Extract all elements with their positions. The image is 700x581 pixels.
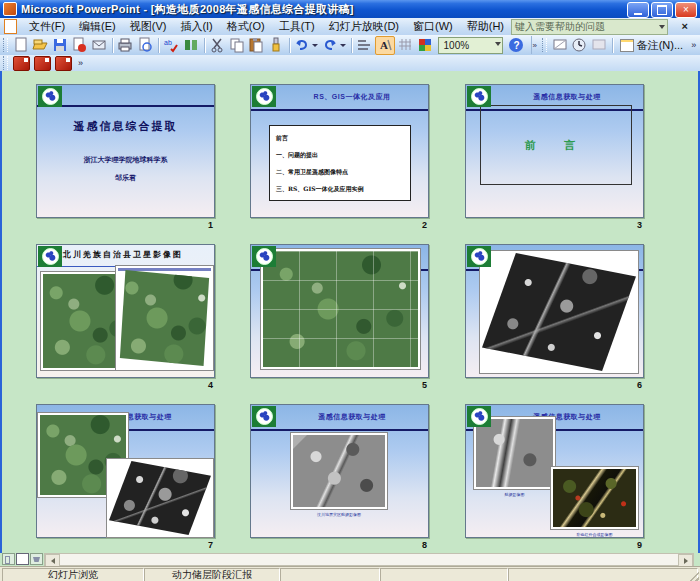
permission-icon[interactable] bbox=[70, 37, 88, 54]
transition-icon[interactable] bbox=[590, 37, 608, 54]
maximize-button[interactable] bbox=[651, 2, 673, 18]
normal-view-button[interactable] bbox=[2, 553, 15, 565]
slide-thumbnail-9[interactable]: 遥感信息获取与处理 航摄影像图 彩色红外合成影像图 9 bbox=[465, 404, 644, 554]
window-title: Microsoft PowerPoint - [构造地质2008年遥感信息综合提… bbox=[21, 2, 354, 17]
pdf-toolbar: » bbox=[0, 55, 700, 72]
email-icon[interactable] bbox=[90, 37, 108, 54]
slide-thumbnail-6[interactable]: 6 bbox=[465, 244, 644, 394]
slide-sorter-view-button[interactable] bbox=[16, 553, 29, 565]
image-caption: 彩色红外合成影像图 bbox=[550, 532, 639, 537]
menu-insert[interactable]: 插入(I) bbox=[173, 18, 219, 35]
title-bar[interactable]: Microsoft PowerPoint - [构造地质2008年遥感信息综合提… bbox=[0, 0, 700, 18]
university-logo-icon bbox=[38, 86, 62, 107]
view-mode-status: 幻灯片浏览 bbox=[2, 568, 144, 581]
slide2-header: RS、GIS一体化及应用 bbox=[279, 92, 425, 102]
open-icon[interactable] bbox=[31, 37, 49, 54]
undo-dropdown-icon[interactable] bbox=[312, 44, 318, 47]
show-formatting-icon[interactable]: A bbox=[375, 36, 395, 55]
slide-number: 2 bbox=[422, 220, 427, 230]
svg-text:A: A bbox=[380, 39, 388, 51]
color-composite-image bbox=[550, 466, 639, 530]
view-bar bbox=[0, 553, 700, 566]
rehearse-timings-icon[interactable] bbox=[571, 37, 589, 54]
slide1-title: 遥感信息综合提取 bbox=[37, 119, 214, 134]
menu-view[interactable]: 视图(V) bbox=[123, 18, 174, 35]
university-logo-icon bbox=[467, 86, 491, 107]
slide-thumbnail-7[interactable]: 遥感信息获取与处理 7 bbox=[36, 404, 215, 554]
spelling-icon[interactable]: ab bbox=[162, 37, 180, 54]
pdf-toolbar-grip[interactable] bbox=[3, 56, 8, 70]
slide-thumbnail-3[interactable]: 遥感信息获取与处理 前 言 3 bbox=[465, 84, 644, 234]
close-button[interactable]: × bbox=[675, 2, 697, 18]
university-logo-icon bbox=[467, 406, 491, 427]
slide-thumbnail-1[interactable]: 遥感信息综合提取 浙江大学理学院地球科学系 邹乐君 1 bbox=[36, 84, 215, 234]
menu-help[interactable]: 帮助(H) bbox=[460, 18, 511, 35]
zoom-select[interactable]: 100% bbox=[438, 37, 503, 54]
menu-format[interactable]: 格式(O) bbox=[220, 18, 272, 35]
university-logo-icon bbox=[252, 246, 276, 267]
close-menu-icon[interactable]: × bbox=[682, 20, 688, 32]
hide-slide-icon[interactable] bbox=[551, 37, 569, 54]
cut-icon[interactable] bbox=[208, 37, 226, 54]
notes-button[interactable]: 备注(N)... bbox=[616, 37, 687, 54]
standard-toolbar: ab A 100% ? » 备注(N)... » bbox=[0, 35, 700, 56]
convert-and-review-icon[interactable] bbox=[55, 56, 72, 71]
university-logo-icon bbox=[252, 86, 276, 107]
help-dropdown-icon[interactable] bbox=[659, 25, 665, 29]
zoom-dropdown-icon[interactable] bbox=[495, 42, 501, 46]
toolbar-grip-2[interactable] bbox=[542, 38, 547, 52]
save-icon[interactable] bbox=[51, 37, 69, 54]
toolbar-overflow-icon[interactable]: » bbox=[691, 40, 696, 50]
help-icon[interactable]: ? bbox=[507, 37, 525, 54]
menu-edit[interactable]: 编辑(E) bbox=[72, 18, 123, 35]
slideshow-view-button[interactable] bbox=[30, 553, 43, 565]
research-icon[interactable] bbox=[182, 37, 200, 54]
image-caption: 汶川地震灾区航摄影像图 bbox=[290, 512, 388, 517]
slide1-author: 邹乐君 bbox=[37, 173, 214, 183]
status-cell bbox=[280, 568, 380, 581]
color-view-icon[interactable] bbox=[416, 37, 434, 54]
print-icon[interactable] bbox=[116, 37, 134, 54]
toolbar-grip[interactable] bbox=[3, 38, 8, 52]
grid-icon[interactable] bbox=[397, 37, 415, 54]
pdf-toolbar-overflow-icon[interactable]: » bbox=[78, 58, 83, 68]
slide-number: 1 bbox=[208, 220, 213, 230]
minimize-button[interactable] bbox=[627, 2, 649, 18]
paste-icon[interactable] bbox=[248, 37, 266, 54]
slide-sorter-area[interactable]: 遥感信息综合提取 浙江大学理学院地球科学系 邹乐君 1 RS、GIS一体化及应用… bbox=[0, 71, 700, 553]
help-question-input[interactable]: 键入需要帮助的问题 bbox=[511, 19, 668, 35]
slide-thumbnail-5[interactable]: 5 bbox=[250, 244, 429, 394]
menu-tools[interactable]: 工具(T) bbox=[272, 18, 322, 35]
svg-text:?: ? bbox=[513, 40, 519, 51]
toolbar-options-icon[interactable]: » bbox=[531, 36, 539, 54]
new-document-icon[interactable] bbox=[12, 37, 30, 54]
menu-window[interactable]: 窗口(W) bbox=[406, 18, 460, 35]
menu-slideshow[interactable]: 幻灯片放映(D) bbox=[322, 18, 406, 35]
slide-thumbnail-8[interactable]: 遥感信息获取与处理 汶川地震灾区航摄影像图 8 bbox=[250, 404, 429, 554]
status-cell bbox=[508, 568, 698, 581]
university-logo-icon bbox=[467, 246, 491, 267]
print-preview-icon[interactable] bbox=[136, 37, 154, 54]
svg-text:ab: ab bbox=[164, 39, 172, 46]
image-caption: 航摄影像图 bbox=[473, 492, 556, 497]
status-bar: 幻灯片浏览 动力储层阶段汇报 bbox=[0, 566, 700, 581]
river-aerial-image bbox=[473, 416, 556, 490]
university-logo-icon bbox=[252, 406, 276, 427]
slide3-body-box: 前 言 bbox=[480, 105, 632, 185]
convert-and-email-icon[interactable] bbox=[34, 56, 51, 71]
aerial-image bbox=[290, 432, 388, 510]
slide-thumbnail-4[interactable]: 北川羌族自治县卫星影像图 4 bbox=[36, 244, 215, 394]
slide-thumbnail-2[interactable]: RS、GIS一体化及应用 前言 一、问题的提出 二、常用卫星遥感图像特点 三、R… bbox=[250, 84, 429, 234]
format-painter-icon[interactable] bbox=[267, 37, 285, 54]
menu-file[interactable]: 文件(F) bbox=[22, 18, 72, 35]
undo-icon[interactable] bbox=[294, 37, 312, 54]
copy-icon[interactable] bbox=[228, 37, 246, 54]
expand-all-icon[interactable] bbox=[356, 37, 374, 54]
satellite-image-gray bbox=[106, 458, 214, 538]
redo-icon[interactable] bbox=[321, 37, 339, 54]
slide-number: 3 bbox=[637, 220, 642, 230]
horizontal-scrollbar[interactable] bbox=[44, 553, 694, 566]
convert-to-pdf-icon[interactable] bbox=[13, 56, 30, 71]
slide8-header: 遥感信息获取与处理 bbox=[279, 412, 425, 422]
redo-dropdown-icon[interactable] bbox=[340, 44, 346, 47]
